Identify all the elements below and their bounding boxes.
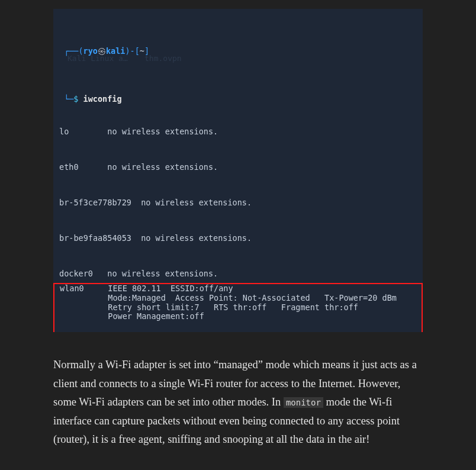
prompt-line-2: └─$ iwconfig (59, 92, 417, 105)
output-line-br2: br-be9faa854053 no wireless extensions. (59, 233, 252, 243)
bracket-close: ] (144, 46, 149, 56)
output-line-lo: lo no wireless extensions. (59, 127, 218, 136)
inline-code-monitor-1: monitor (284, 397, 323, 408)
prompt-path: ~ (140, 46, 144, 56)
output-line-docker0: docker0 no wireless extensions. (59, 269, 218, 278)
terminal-screenshot: ┌──(ryo㉿kali)-[~] └─$ iwconfig lo no wir… (53, 9, 423, 332)
prompt-host: kali (106, 46, 126, 56)
wlan0-highlight: wlan0 IEEE 802.11 ESSID:off/any Mode:Man… (53, 283, 423, 333)
prompt-dash: - (130, 46, 135, 56)
paren-close: ) (125, 46, 130, 56)
wlan0-block: wlan0 IEEE 802.11 ESSID:off/any Mode:Man… (60, 284, 397, 331)
output-line-br1: br-5f3ce778b729 no wireless extensions. (59, 198, 252, 207)
output-line-eth0: eth0 no wireless extensions. (59, 162, 218, 172)
paragraph-1: Normally a Wi-Fi adapter is set into “ma… (53, 356, 423, 449)
paren-open: ( (78, 46, 83, 56)
article-body: ┌──(ryo㉿kali)-[~] └─$ iwconfig lo no wir… (0, 0, 476, 470)
skull-icon: ㉿ (98, 46, 106, 56)
paragraph-2: Next to put the card into monitor mode w… (53, 468, 423, 470)
command-text: iwconfig (83, 94, 122, 104)
prompt-branch: └─ (64, 94, 73, 104)
prompt-line-1: ┌──(ryo㉿kali)-[~] (59, 44, 417, 57)
prompt-user: ryo (83, 46, 98, 56)
prompt-dollar: $ (73, 94, 78, 104)
bracket-open: [ (135, 46, 140, 56)
prompt-corner: ┌── (64, 46, 78, 56)
